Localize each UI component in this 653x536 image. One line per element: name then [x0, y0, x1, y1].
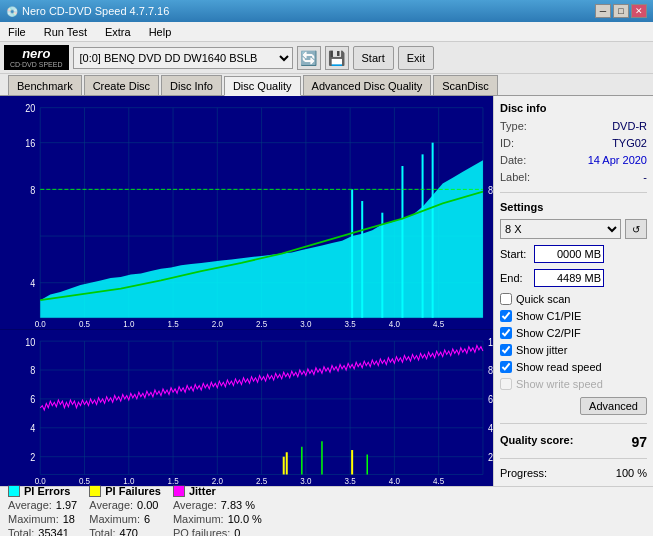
svg-text:1.5: 1.5 [167, 319, 178, 330]
end-label: End: [500, 272, 530, 284]
progress-label: Progress: [500, 467, 547, 479]
save-icon-button[interactable]: 💾 [325, 46, 349, 70]
show-read-speed-checkbox[interactable] [500, 361, 512, 373]
bottom-chart-svg: 10 8 6 4 2 10 8 6 4 2 0.0 0.5 1.0 1.5 [0, 330, 493, 486]
svg-text:4: 4 [30, 423, 36, 435]
svg-text:0.0: 0.0 [35, 477, 46, 486]
disc-id-row: ID: TYG02 [500, 137, 647, 149]
disc-date-row: Date: 14 Apr 2020 [500, 154, 647, 166]
minimize-button[interactable]: ─ [595, 4, 611, 18]
svg-text:0.5: 0.5 [79, 319, 90, 330]
show-c2pif-row: Show C2/PIF [500, 327, 647, 339]
maximize-button[interactable]: □ [613, 4, 629, 18]
show-c1pie-label: Show C1/PIE [516, 310, 581, 322]
charts-and-panel: 20 16 8 4 8 0.0 0.5 1.0 1.5 2.0 2.5 3.0 … [0, 96, 653, 486]
top-chart-svg: 20 16 8 4 8 0.0 0.5 1.0 1.5 2.0 2.5 3.0 … [0, 96, 493, 329]
menu-run-test[interactable]: Run Test [40, 25, 91, 39]
disc-info-title: Disc info [500, 102, 647, 114]
pi-failures-max-label: Maximum: [89, 513, 140, 525]
pi-errors-max-value: 18 [63, 513, 75, 525]
menu-help[interactable]: Help [145, 25, 176, 39]
refresh-icon-button[interactable]: 🔄 [297, 46, 321, 70]
pi-errors-max-label: Maximum: [8, 513, 59, 525]
show-c1pie-checkbox[interactable] [500, 310, 512, 322]
disc-date-label: Date: [500, 154, 526, 166]
quality-score-label: Quality score: [500, 434, 573, 450]
progress-value: 100 % [616, 467, 647, 479]
menu-file[interactable]: File [4, 25, 30, 39]
bottom-chart: 10 8 6 4 2 10 8 6 4 2 0.0 0.5 1.0 1.5 [0, 329, 493, 486]
pi-errors-total-value: 35341 [38, 527, 69, 537]
disc-type-label: Type: [500, 120, 527, 132]
svg-text:0.5: 0.5 [79, 477, 90, 486]
end-field[interactable]: 4489 MB [534, 269, 604, 287]
show-read-speed-label: Show read speed [516, 361, 602, 373]
close-button[interactable]: ✕ [631, 4, 647, 18]
svg-text:8: 8 [488, 184, 493, 196]
start-field[interactable]: 0000 MB [534, 245, 604, 263]
disc-type-row: Type: DVD-R [500, 120, 647, 132]
tab-disc-quality[interactable]: Disc Quality [224, 76, 301, 96]
quality-score-value: 97 [631, 434, 647, 450]
svg-text:2: 2 [488, 452, 493, 464]
nero-logo: nero CD·DVD SPEED [4, 45, 69, 70]
svg-text:3.5: 3.5 [345, 319, 356, 330]
disc-label-row: Label: - [500, 171, 647, 183]
show-jitter-checkbox[interactable] [500, 344, 512, 356]
po-failures-value: 0 [234, 527, 240, 537]
svg-text:8: 8 [30, 365, 35, 377]
svg-text:4: 4 [30, 278, 36, 290]
tab-benchmark[interactable]: Benchmark [8, 75, 82, 95]
start-label: Start: [500, 248, 530, 260]
show-c2pif-checkbox[interactable] [500, 327, 512, 339]
jitter-avg-value: 7.83 % [221, 499, 255, 511]
po-failures-label: PO failures: [173, 527, 230, 537]
disc-date-value: 14 Apr 2020 [588, 154, 647, 166]
jitter-avg-label: Average: [173, 499, 217, 511]
svg-text:4: 4 [488, 423, 493, 435]
divider-1 [500, 192, 647, 193]
pi-failures-avg-label: Average: [89, 499, 133, 511]
divider-2 [500, 423, 647, 424]
pi-errors-avg-label: Average: [8, 499, 52, 511]
start-button[interactable]: Start [353, 46, 394, 70]
tab-advanced-disc-quality[interactable]: Advanced Disc Quality [303, 75, 432, 95]
svg-text:2.5: 2.5 [256, 477, 267, 486]
svg-text:0.0: 0.0 [35, 319, 46, 330]
charts-column: 20 16 8 4 8 0.0 0.5 1.0 1.5 2.0 2.5 3.0 … [0, 96, 493, 486]
window-controls: ─ □ ✕ [595, 4, 647, 18]
speed-refresh-button[interactable]: ↺ [625, 219, 647, 239]
svg-text:1.5: 1.5 [167, 477, 178, 486]
pi-errors-avg-value: 1.97 [56, 499, 77, 511]
svg-rect-41 [0, 330, 493, 486]
tab-create-disc[interactable]: Create Disc [84, 75, 159, 95]
svg-text:3.0: 3.0 [300, 477, 311, 486]
disc-id-label: ID: [500, 137, 514, 149]
svg-text:10: 10 [25, 337, 35, 349]
exit-button[interactable]: Exit [398, 46, 434, 70]
stats-row: PI Errors Average: 1.97 Maximum: 18 Tota… [0, 486, 653, 536]
show-c1pie-row: Show C1/PIE [500, 310, 647, 322]
menu-extra[interactable]: Extra [101, 25, 135, 39]
pi-failures-total-label: Total: [89, 527, 115, 537]
drive-select[interactable]: [0:0] BENQ DVD DD DW1640 BSLB [73, 47, 293, 69]
quick-scan-label: Quick scan [516, 293, 570, 305]
disc-type-value: DVD-R [612, 120, 647, 132]
main-content: 20 16 8 4 8 0.0 0.5 1.0 1.5 2.0 2.5 3.0 … [0, 96, 653, 536]
pi-failures-stat: PI Failures Average: 0.00 Maximum: 6 Tot… [89, 485, 161, 537]
quick-scan-row: Quick scan [500, 293, 647, 305]
pi-failures-max-value: 6 [144, 513, 150, 525]
jitter-max-value: 10.0 % [228, 513, 262, 525]
advanced-button[interactable]: Advanced [580, 397, 647, 415]
tab-scandisc[interactable]: ScanDisc [433, 75, 497, 95]
disc-label-label: Label: [500, 171, 530, 183]
svg-text:8: 8 [30, 184, 36, 196]
speed-select[interactable]: 8 X [500, 219, 621, 239]
show-c2pif-label: Show C2/PIF [516, 327, 581, 339]
quick-scan-checkbox[interactable] [500, 293, 512, 305]
svg-text:1.0: 1.0 [123, 319, 134, 330]
svg-text:4.5: 4.5 [433, 319, 444, 330]
svg-text:2.0: 2.0 [212, 319, 223, 330]
tab-disc-info[interactable]: Disc Info [161, 75, 222, 95]
disc-id-value: TYG02 [612, 137, 647, 149]
